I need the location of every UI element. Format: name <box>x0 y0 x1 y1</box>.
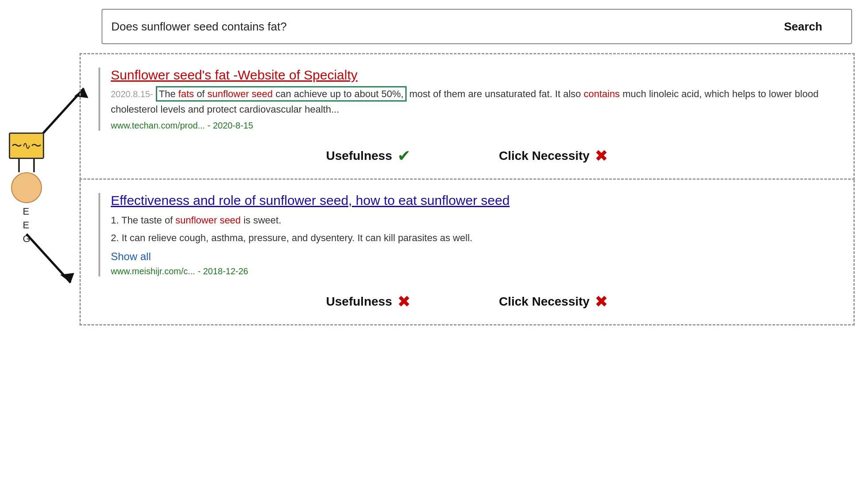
result-1-click-necessity-label: Click Necessity <box>499 149 589 163</box>
result-1-fats: fats <box>178 88 194 99</box>
result-2-line2: 2. It can relieve cough, asthma, pressur… <box>111 229 836 247</box>
result-1-content: Sunflower seed's fat -Website of Special… <box>98 68 836 131</box>
search-bar: Search <box>102 9 852 44</box>
result-2-snippet: 1. The taste of sunflower seed is sweet.… <box>111 212 836 246</box>
result-1-click-necessity: Click Necessity ✖ <box>499 147 608 165</box>
person-head <box>11 172 42 203</box>
result-1-date: 2020.8.15- <box>111 89 153 99</box>
result-2-usefulness-cross-icon: ✖ <box>397 292 411 311</box>
result-2-title[interactable]: Effectiveness and role of sunflower seed… <box>111 193 509 208</box>
search-button[interactable]: Search <box>755 9 852 44</box>
result-1-highlight-box: The fats of sunflower seed can achieve u… <box>156 86 407 102</box>
results-panel: Sunflower seed's fat -Website of Special… <box>79 53 855 325</box>
result-box-1: Sunflower seed's fat -Website of Special… <box>79 53 855 180</box>
result-1-usefulness-label: Usefulness <box>326 149 392 163</box>
result-1-usefulness: Usefulness ✔ <box>326 147 411 165</box>
eeg-legs <box>18 159 35 172</box>
search-input[interactable] <box>102 9 755 44</box>
show-all-link[interactable]: Show all <box>111 250 836 263</box>
result-box-2: Effectiveness and role of sunflower seed… <box>79 180 855 325</box>
result-2-click-necessity-label: Click Necessity <box>499 295 589 309</box>
result-2-click-necessity: Click Necessity ✖ <box>499 292 608 311</box>
main-content: 〜∿〜 E E G Sunflower seed's fat -Webs <box>0 53 868 325</box>
left-panel: 〜∿〜 E E G <box>0 53 79 325</box>
eeg-leg-right <box>33 159 35 172</box>
result-2-usefulness: Usefulness ✖ <box>326 292 411 311</box>
result-2-click-cross-icon: ✖ <box>595 292 608 311</box>
eeg-wave-icon: 〜∿〜 <box>11 139 42 153</box>
arrow-down-icon <box>18 225 88 296</box>
result-2-rating-row: Usefulness ✖ Click Necessity ✖ <box>98 284 836 315</box>
result-1-usefulness-check-icon: ✔ <box>397 147 411 165</box>
result-1-snippet: 2020.8.15- The fats of sunflower seed ca… <box>111 86 836 117</box>
result-2-content: Effectiveness and role of sunflower seed… <box>98 193 836 276</box>
result-2-line1: 1. The taste of sunflower seed is sweet. <box>111 212 836 229</box>
result-1-click-cross-icon: ✖ <box>595 147 608 165</box>
result-2-url: www.meishijr.com/c... - 2018-12-26 <box>111 266 836 276</box>
result-1-contains: contains <box>584 88 620 99</box>
eeg-label-e1: E <box>23 205 29 219</box>
result-1-sunflower: sunflower seed <box>208 88 273 99</box>
result-2-sunflower: sunflower seed <box>175 215 241 226</box>
result-1-url: www.techan.com/prod... - 2020-8-15 <box>111 121 836 131</box>
eeg-device: 〜∿〜 <box>9 132 44 159</box>
eeg-leg-left <box>18 159 20 172</box>
result-1-title[interactable]: Sunflower seed's fat -Website of Special… <box>111 68 358 83</box>
result-2-usefulness-label: Usefulness <box>326 295 392 309</box>
result-1-rating-row: Usefulness ✔ Click Necessity ✖ <box>98 138 836 170</box>
